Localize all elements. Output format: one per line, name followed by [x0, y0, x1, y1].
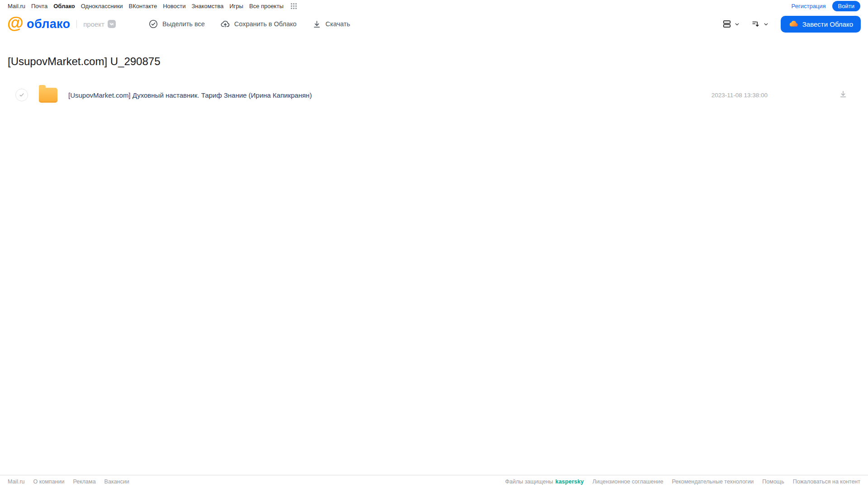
portal-nav: Mail.ru Почта Облако Одноклассники ВКонт… [0, 0, 868, 12]
project-label: проект [83, 20, 104, 28]
cloud-logo[interactable]: @ облако проект [7, 17, 116, 31]
check-icon [19, 92, 25, 98]
portal-link-dating[interactable]: Знакомства [191, 3, 223, 9]
registration-link[interactable]: Регистрация [792, 3, 826, 9]
footer-link-about[interactable]: О компании [33, 479, 65, 485]
footer-link-jobs[interactable]: Вакансии [104, 479, 129, 485]
row-download-icon[interactable] [839, 90, 848, 100]
sort-selector[interactable] [751, 19, 769, 29]
get-cloud-label: Завести Облако [802, 20, 853, 28]
page-footer: Mail.ru О компании Реклама Вакансии Файл… [0, 475, 868, 488]
footer-link-ads[interactable]: Реклама [73, 479, 95, 485]
portal-link-cloud-active[interactable]: Облако [53, 3, 75, 9]
apps-grid-icon[interactable] [290, 3, 297, 9]
portal-link-news[interactable]: Новости [163, 3, 185, 9]
download-label: Скачать [326, 20, 350, 28]
footer-link-recommendation-tech[interactable]: Рекомендательные технологии [672, 479, 754, 485]
cloud-logo-text: облако [27, 17, 70, 31]
portal-link-games[interactable]: Игры [229, 3, 243, 9]
cloud-header: @ облако проект Выделить все Сохранить в… [0, 12, 868, 36]
file-name-link[interactable]: [UsupovMarket.com] Духовный наставник. Т… [68, 91, 711, 99]
footer-right-links: Файлы защищены kaspersky Лицензионное со… [505, 479, 860, 485]
project-label-group: проект [76, 20, 116, 28]
main-content: [UsupovMarket.com] U_290875 [UsupovMarke… [0, 55, 868, 105]
portal-nav-right: Регистрация Войти [792, 1, 860, 11]
chevron-down-icon [763, 21, 769, 27]
footer-link-help[interactable]: Помощь [762, 479, 784, 485]
footer-link-license[interactable]: Лицензионное соглашение [593, 479, 664, 485]
view-mode-selector[interactable] [722, 19, 740, 29]
portal-link-vkontakte[interactable]: ВКонтакте [129, 3, 157, 9]
save-to-cloud-button[interactable]: Сохранить в Облако [220, 19, 297, 29]
header-right-controls: Завести Облако [722, 16, 861, 33]
vk-badge-icon [108, 20, 116, 28]
file-list: [UsupovMarket.com] Духовный наставник. Т… [8, 85, 860, 105]
cloud-icon [788, 19, 798, 29]
chevron-down-icon [734, 21, 740, 27]
sort-icon [751, 19, 761, 29]
cloud-upload-icon [220, 19, 230, 29]
kaspersky-protection: Файлы защищены kaspersky [505, 479, 584, 485]
portal-link-mail[interactable]: Почта [31, 3, 47, 9]
download-icon [312, 19, 322, 29]
file-row[interactable]: [UsupovMarket.com] Духовный наставник. Т… [8, 85, 860, 105]
action-toolbar: Выделить все Сохранить в Облако Скачать [148, 19, 350, 29]
select-all-label: Выделить все [162, 20, 205, 28]
kaspersky-link[interactable]: kaspersky [555, 479, 584, 485]
folder-icon [39, 88, 57, 103]
get-cloud-button[interactable]: Завести Облако [781, 16, 861, 33]
portal-link-mailru[interactable]: Mail.ru [8, 3, 25, 9]
protected-by-label: Файлы защищены [505, 479, 553, 485]
file-modified-date: 2023-11-08 13:38:00 [711, 92, 768, 99]
download-button[interactable]: Скачать [312, 19, 350, 29]
page-title: [UsupovMarket.com] U_290875 [8, 55, 860, 68]
mailru-at-icon: @ [7, 16, 24, 30]
footer-link-mailru[interactable]: Mail.ru [8, 479, 25, 485]
view-mode-icon [722, 19, 732, 29]
footer-left-links: Mail.ru О компании Реклама Вакансии [8, 479, 129, 485]
cloud-public-page: { "portal_nav": { "items": ["Mail.ru", "… [0, 0, 868, 488]
check-circle-icon [148, 19, 158, 29]
row-checkbox[interactable] [15, 89, 28, 101]
login-button[interactable]: Войти [832, 1, 860, 11]
save-to-cloud-label: Сохранить в Облако [234, 20, 297, 28]
portal-link-all-projects[interactable]: Все проекты [249, 3, 284, 9]
portal-link-odnoklassniki[interactable]: Одноклассники [81, 3, 123, 9]
footer-link-report-content[interactable]: Пожаловаться на контент [793, 479, 860, 485]
select-all-button[interactable]: Выделить все [148, 19, 205, 29]
